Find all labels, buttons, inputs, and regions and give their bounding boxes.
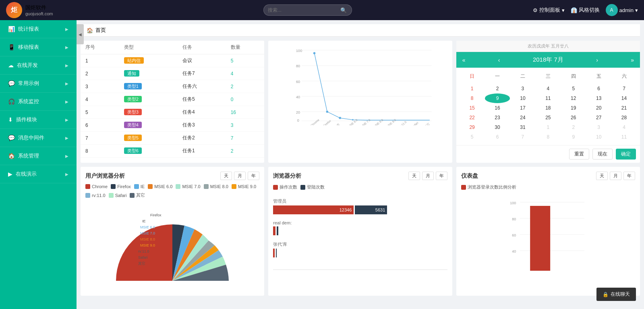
dashboard-label: 仪表盘 <box>461 172 478 180</box>
cal-day[interactable]: 1 <box>535 122 561 132</box>
cal-day[interactable]: 4 <box>535 84 561 93</box>
online-chat-btn[interactable]: 🔒 在线聊天 <box>596 288 636 301</box>
time-btn-year[interactable]: 年 <box>248 172 259 180</box>
cal-day[interactable]: 9 <box>485 93 510 103</box>
cell-type: 类型3 <box>119 106 178 119</box>
cal-day[interactable]: 20 <box>586 103 611 113</box>
cal-next-year[interactable]: » <box>631 57 634 63</box>
cal-day[interactable]: 4 <box>611 122 637 132</box>
line-chart-area: 100 80 60 40 20 0 <box>268 41 452 129</box>
cal-day[interactable]: 7 <box>510 132 535 142</box>
cal-day[interactable]: 13 <box>586 93 611 103</box>
cal-day[interactable]: 2 <box>561 122 586 132</box>
header-right: 控制面板 ▾ 👔 风格切换 A admin ▾ <box>533 4 638 16</box>
cal-day[interactable]: 6 <box>586 84 611 93</box>
cal-day[interactable]: 12 <box>561 93 586 103</box>
sidebar-item-sysadmin[interactable]: 🏠 系统管理 ▶ <box>0 147 77 165</box>
cal-day[interactable]: 22 <box>460 113 485 122</box>
ops-dot <box>273 185 278 190</box>
cal-day[interactable]: 3 <box>510 84 535 93</box>
cal-day[interactable]: 18 <box>535 103 561 113</box>
search-box[interactable]: 🔍 <box>263 4 352 16</box>
cal-day[interactable]: 17 <box>510 103 535 113</box>
cal-day[interactable]: 27 <box>586 113 611 122</box>
cell-type: 类型6 <box>119 145 178 158</box>
cal-day[interactable]: 5 <box>460 132 485 142</box>
style-switch-btn[interactable]: 👔 风格切换 <box>571 6 600 14</box>
time-btn-month[interactable]: 月 <box>234 172 246 180</box>
cal-reset-btn[interactable]: 重置 <box>569 149 589 160</box>
cal-day[interactable]: 23 <box>485 113 510 122</box>
cal-day[interactable]: 9 <box>561 132 586 142</box>
cal-now-btn[interactable]: 现在 <box>592 149 613 160</box>
cal-day[interactable]: 21 <box>611 103 637 113</box>
cal-day[interactable]: 14 <box>611 93 637 103</box>
cell-count: 3 <box>226 119 265 132</box>
sidebar-item-mobile[interactable]: 📱 移动报表 ▶ <box>0 38 77 56</box>
search-input[interactable] <box>268 7 340 13</box>
cell-count: 16 <box>226 106 265 119</box>
cal-day[interactable]: 6 <box>485 132 510 142</box>
admin-btn[interactable]: A admin ▾ <box>606 4 638 16</box>
cal-day[interactable]: 10 <box>510 93 535 103</box>
legend-chrome: Chrome <box>85 184 108 189</box>
zhang-logins-bar <box>276 249 277 257</box>
msie9-label: MSIE 9.0 <box>238 184 256 189</box>
chrome-label: Chrome <box>92 184 108 189</box>
control-panel-btn[interactable]: 控制面板 ▾ <box>533 6 565 14</box>
cal-day[interactable]: 26 <box>561 113 586 122</box>
table-row: 2 通知 任务7 4 <box>81 67 264 80</box>
weekday-fri: 五 <box>586 71 611 82</box>
time-btn-day-2[interactable]: 天 <box>408 172 420 180</box>
time-btn-month-3[interactable]: 月 <box>610 172 621 180</box>
legend-msie7: MSIE 7.0 <box>176 184 200 189</box>
cal-confirm-btn[interactable]: 确定 <box>616 149 636 160</box>
cal-day[interactable]: 24 <box>510 113 535 122</box>
cal-day[interactable]: 10 <box>586 132 611 142</box>
cal-day[interactable]: 8 <box>460 93 485 103</box>
firefox-dot <box>111 184 116 189</box>
cell-type: 类型1 <box>119 80 178 93</box>
cal-prev-month[interactable]: ‹ <box>498 57 500 63</box>
cal-day[interactable]: 19 <box>561 103 586 113</box>
sidebar-item-plugins[interactable]: ⬇ 插件模块 ▶ <box>0 111 77 129</box>
sidebar-item-label: 消息中间件 <box>18 134 44 141</box>
sidebar-item-dev[interactable]: ☁ 在线开发 ▶ <box>0 56 77 75</box>
cal-day[interactable]: 31 <box>510 122 535 132</box>
cal-day[interactable]: 8 <box>535 132 561 142</box>
cal-day[interactable]: 11 <box>611 132 637 142</box>
time-btn-day[interactable]: 天 <box>220 172 232 180</box>
cal-day[interactable]: 11 <box>535 93 561 103</box>
time-btn-year-3[interactable]: 年 <box>623 172 635 180</box>
cal-day[interactable]: 29 <box>460 122 485 132</box>
time-btn-day-3[interactable]: 天 <box>596 172 608 180</box>
cell-id: 1 <box>81 54 119 67</box>
style-switch-label: 风格切换 <box>579 6 600 14</box>
time-btn-year-2[interactable]: 年 <box>436 172 447 180</box>
sidebar-item-stats[interactable]: 📊 统计报表 ▶ <box>0 20 77 38</box>
cal-day[interactable]: 15 <box>460 103 485 113</box>
sidebar-item-examples[interactable]: 💬 常用示例 ▶ <box>0 75 77 93</box>
sidebar-toggle[interactable]: ◀ <box>77 24 84 44</box>
sidebar-item-demo[interactable]: ▶ 在线演示 ▶ <box>0 165 77 183</box>
cal-next-month[interactable]: › <box>596 57 598 63</box>
admin-ops-bar: 12346 <box>273 205 354 214</box>
cell-id: 8 <box>81 145 119 158</box>
cal-day[interactable]: 16 <box>485 103 510 113</box>
cal-prev-year[interactable]: « <box>462 57 466 63</box>
cal-day[interactable]: 3 <box>586 122 611 132</box>
msie7-dot <box>176 184 180 189</box>
cal-day[interactable]: 28 <box>611 113 637 122</box>
sidebar-item-monitor[interactable]: 🎧 系统监控 ▶ <box>0 93 77 111</box>
time-btn-month-2[interactable]: 月 <box>422 172 434 180</box>
dashboard-chart: 100 80 60 40 <box>461 194 635 283</box>
cal-day[interactable]: 1 <box>460 84 485 93</box>
svg-text:Safari: Safari <box>138 255 148 259</box>
sidebar-item-mq[interactable]: 💬 消息中间件 ▶ <box>0 129 77 147</box>
cal-day[interactable]: 2 <box>485 84 510 93</box>
sidebar-item-label: 在线开发 <box>17 62 38 69</box>
cal-day[interactable]: 25 <box>535 113 561 122</box>
cal-day[interactable]: 5 <box>561 84 586 93</box>
cal-day[interactable]: 7 <box>611 84 637 93</box>
cal-day[interactable]: 30 <box>485 122 510 132</box>
